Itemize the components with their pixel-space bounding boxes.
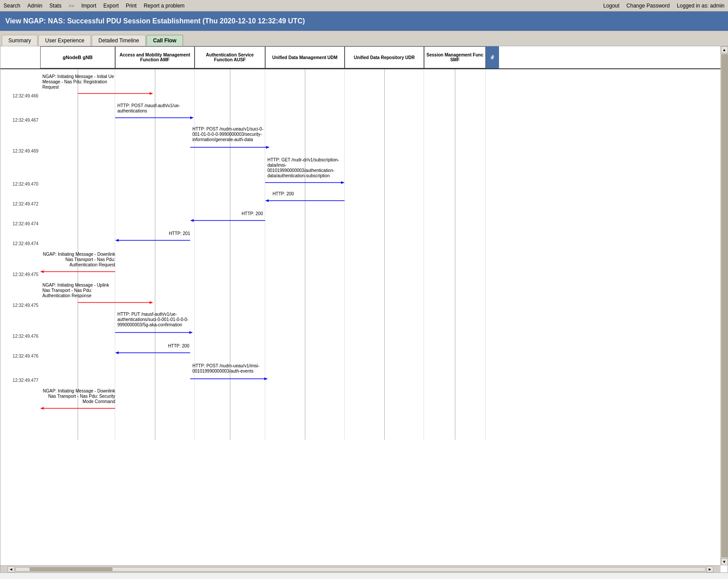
- tab-call-flow[interactable]: Call Flow: [146, 35, 183, 46]
- change-password-button[interactable]: Change Password: [627, 3, 670, 9]
- event-row-5[interactable]: 12:32:49.472 HTTP: 200: [0, 188, 499, 208]
- event-row-4[interactable]: 12:32:49.470 HTTP: GET /nudr-dr/v1/subsc…: [0, 155, 499, 188]
- timestamp-7: 12:32:49.474: [13, 241, 38, 246]
- title-bar: View NGAP: NAS: Successful PDU Session E…: [0, 11, 728, 31]
- logged-in-label: Logged in as: admin: [677, 3, 724, 9]
- event-row-2[interactable]: 12:32:49.467 HTTP: POST /nausf-auth/v1/u…: [0, 100, 499, 124]
- call-flow-container[interactable]: gNodeB gNB Access and Mobility Managemen…: [0, 46, 720, 565]
- timestamp-11: 12:32:49.476: [13, 354, 38, 359]
- scroll-left-arrow[interactable]: ◄: [8, 566, 15, 572]
- event-row-12[interactable]: 12:32:49.477 HTTP: POST /nudm-ueau/v1/im…: [0, 360, 499, 385]
- timestamp-6: 12:32:49.474: [13, 221, 38, 226]
- timestamp-3: 12:32:49.469: [13, 149, 38, 153]
- menu-export[interactable]: Export: [103, 3, 119, 9]
- scroll-right-arrow[interactable]: ►: [706, 566, 713, 572]
- main-content: ▲ ▼ gNodeB gNB Access and Mobility Manag…: [0, 46, 728, 573]
- event-row-7[interactable]: 12:32:49.474 HTTP: 201: [0, 228, 499, 248]
- menu-stats[interactable]: Stats: [49, 3, 61, 9]
- event-row-6[interactable]: 12:32:49.474 HTTP: 200: [0, 208, 499, 228]
- event-row-filler: [0, 415, 499, 440]
- header-amf: Access and Mobility Management Function …: [115, 46, 195, 68]
- tab-user-experience[interactable]: User Experience: [38, 35, 91, 46]
- header-gnodeb: gNodeB gNB: [40, 46, 115, 68]
- header-timestamp: [0, 46, 40, 68]
- event-row-9[interactable]: 12:32:49.475 NGAP: Initiating Message - …: [0, 279, 499, 310]
- menu-admin[interactable]: Admin: [27, 3, 42, 9]
- event-row-3[interactable]: 12:32:49.469 HTTP: POST /nudm-ueau/v1/su…: [0, 124, 499, 155]
- event-row-13[interactable]: NGAP: Initiating Message - Downlink Nas …: [0, 385, 499, 415]
- gear-settings-button[interactable]: [486, 46, 499, 68]
- tab-bar: Summary User Experience Detailed Timelin…: [0, 31, 728, 46]
- timestamp-4: 12:32:49.470: [13, 182, 38, 187]
- header-ausf: Authentication Service Function AUSF: [195, 46, 265, 68]
- sequence-diagram-body: 12:32:49.466: [0, 69, 499, 440]
- gear-icon: [489, 54, 496, 61]
- scroll-thumb[interactable]: [721, 54, 728, 557]
- menu-print[interactable]: Print: [126, 3, 137, 9]
- scroll-down-arrow[interactable]: ▼: [721, 558, 728, 565]
- timestamp-10: 12:32:49.476: [13, 334, 38, 339]
- timestamp-9: 12:32:49.475: [13, 303, 38, 308]
- timestamp-5: 12:32:49.472: [13, 202, 38, 206]
- tab-summary[interactable]: Summary: [2, 35, 38, 46]
- column-headers: gNodeB gNB Access and Mobility Managemen…: [0, 46, 720, 69]
- scrollbar-thumb-h[interactable]: [30, 568, 112, 571]
- logout-button[interactable]: Logout: [603, 3, 619, 9]
- event-row-8[interactable]: 12:32:49.475 NGAP: Initiating Message - …: [0, 248, 499, 279]
- vertical-scrollbar[interactable]: ▲ ▼: [720, 46, 728, 565]
- top-menu: Search Admin Stats >> Import Export Prin…: [0, 0, 728, 11]
- header-smf: Session Management Func SMF: [424, 46, 486, 68]
- page-title: View NGAP: NAS: Successful PDU Session E…: [5, 17, 305, 25]
- scroll-up-arrow[interactable]: ▲: [721, 46, 728, 53]
- timestamp-12: 12:32:49.477: [13, 378, 38, 383]
- event-row-1[interactable]: 12:32:49.466: [0, 69, 499, 100]
- menu-search[interactable]: Search: [4, 3, 20, 9]
- horizontal-scrollbar[interactable]: ◄ ►: [0, 565, 720, 572]
- menu-more: >>: [68, 3, 74, 8]
- timestamp-1: 12:32:49.466: [13, 93, 38, 98]
- header-udr: Unified Data Repository UDR: [345, 46, 424, 68]
- scrollbar-track-h[interactable]: [15, 567, 705, 572]
- menu-report[interactable]: Report a problem: [144, 3, 185, 9]
- timestamp-2: 12:32:49.467: [13, 118, 38, 123]
- timestamp-8: 12:32:49.475: [13, 272, 38, 277]
- menu-import[interactable]: Import: [81, 3, 96, 9]
- event-row-10[interactable]: 12:32:49.476 HTTP: PUT /nausf-auth/v1/ue…: [0, 310, 499, 340]
- event-row-11[interactable]: 12:32:49.476 HTTP: 200: [0, 340, 499, 360]
- tab-detailed-timeline[interactable]: Detailed Timeline: [92, 35, 146, 46]
- header-udm: Unified Data Management UDM: [265, 46, 345, 68]
